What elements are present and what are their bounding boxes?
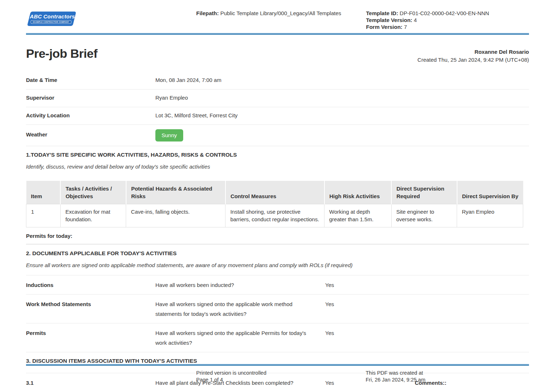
- supervisor-value: Ryan Empleo: [155, 95, 188, 101]
- qa-row-work-method-statements: Work Method Statements Have all workers …: [26, 295, 529, 323]
- permits-question: Have all workers signed onto the applica…: [155, 328, 325, 348]
- permits-label: Permits: [26, 328, 155, 338]
- work-method-statements-question: Have all workers signed onto the applica…: [155, 299, 325, 319]
- page-title: Pre-job Brief: [26, 47, 98, 61]
- table-row: 1 Excavation for mat foundation. Cave-in…: [26, 204, 523, 227]
- form-version-value: 7: [404, 24, 407, 30]
- activity-location-label: Activity Location: [26, 112, 155, 118]
- supervisor-label: Supervisor: [26, 95, 155, 101]
- created-info: Roxanne Del Rosario Created Thu, 25 Jan …: [417, 47, 529, 64]
- filepath-value: Public Template Library/000_Legacy/All T…: [220, 10, 341, 16]
- activities-table-header-row: Item Tasks / Activities / Objectives Pot…: [26, 181, 523, 204]
- logo-tagline: EXAMPLE CONTRACTOR COMPANY: [30, 20, 71, 24]
- date-time-label: Date & Time: [26, 77, 155, 83]
- summary-fields: Date & Time Mon, 08 Jan 2024, 7:00 am Su…: [26, 72, 529, 146]
- template-version-value: 4: [414, 17, 417, 23]
- form-version-label: Form Version:: [366, 24, 403, 30]
- footer-created-note: This PDF was created at: [366, 370, 425, 376]
- permits-answer: Yes: [325, 328, 415, 338]
- pre-job-brief-document: ABC Contractors EXAMPLE CONTRACTOR COMPA…: [0, 0, 555, 392]
- filepath-label: Filepath:: [196, 10, 219, 16]
- title-row: Pre-job Brief Roxanne Del Rosario Create…: [26, 47, 529, 64]
- author-name: Roxanne Del Rosario: [417, 48, 529, 56]
- document-header: ABC Contractors EXAMPLE CONTRACTOR COMPA…: [26, 0, 529, 33]
- col-header-control-measures: Control Measures: [225, 181, 324, 204]
- section-2-rows: Inductions Have all workers been inducte…: [26, 275, 529, 352]
- cell-high-risk: Working at depth greater than 1.5m.: [324, 204, 392, 227]
- logo-company-name: ABC Contractors: [30, 14, 75, 19]
- template-id-label: Template ID:: [366, 10, 398, 16]
- cell-control-measures: Install shoring, use protective barriers…: [225, 204, 324, 227]
- document-footer: Printed version is uncontrolled Page 1 o…: [26, 364, 529, 384]
- field-row-supervisor: Supervisor Ryan Empleo: [26, 90, 529, 107]
- cell-supervision-required: Site engineer to oversee works.: [391, 204, 457, 227]
- template-version-label: Template Version:: [366, 17, 412, 23]
- inductions-question: Have all workers been inducted?: [155, 280, 325, 290]
- section-2-subtitle: Ensure all workers are signed onto appli…: [26, 262, 529, 268]
- inductions-label: Inductions: [26, 280, 155, 290]
- section-2-heading: 2. DOCUMENTS APPLICABLE FOR TODAY'S ACTI…: [26, 250, 529, 257]
- template-info-block: Template ID: DP-F01-C02-0000-042-V00-EN-…: [366, 10, 489, 30]
- col-header-hazards: Potential Hazards & Associated Risks: [126, 181, 225, 204]
- col-header-supervision-required: Direct Supervision Required: [391, 181, 457, 204]
- work-method-statements-label: Work Method Statements: [26, 299, 155, 309]
- template-version-line: Template Version: 4: [366, 17, 489, 23]
- work-method-statements-answer: Yes: [325, 299, 415, 309]
- footer-right-block: This PDF was created at Fri, 26 Jan 2024…: [366, 370, 425, 383]
- footer-uncontrolled-note: Printed version is uncontrolled: [196, 370, 266, 376]
- col-header-high-risk: High Risk Activities: [324, 181, 392, 204]
- col-header-tasks: Tasks / Activities / Objectives: [60, 181, 126, 204]
- template-id-line: Template ID: DP-F01-C02-0000-042-V00-EN-…: [366, 10, 489, 17]
- company-logo: ABC Contractors EXAMPLE CONTRACTOR COMPA…: [27, 12, 77, 28]
- filepath-line: Filepath: Public Template Library/000_Le…: [196, 10, 341, 16]
- cell-hazards: Cave-ins, falling objects.: [126, 204, 225, 227]
- created-timestamp: Created Thu, 25 Jan 2024, 9:42 PM (UTC+0…: [417, 56, 529, 64]
- field-row-activity-location: Activity Location Lot 3C, Milford Street…: [26, 107, 529, 125]
- cell-supervision-by: Ryan Empleo: [457, 204, 523, 227]
- logo-banner-shape: ABC Contractors EXAMPLE CONTRACTOR COMPA…: [27, 12, 76, 26]
- activities-table: Item Tasks / Activities / Objectives Pot…: [26, 181, 523, 228]
- section-3-heading: 3. DISCUSSION ITEMS ASSOCIATED WITH TODA…: [26, 358, 529, 364]
- field-row-date-time: Date & Time Mon, 08 Jan 2024, 7:00 am: [26, 72, 529, 90]
- cell-item: 1: [26, 204, 61, 227]
- footer-page-number: Page 1 of 4: [196, 376, 266, 383]
- weather-label: Weather: [26, 129, 155, 138]
- footer-left-block: Printed version is uncontrolled Page 1 o…: [196, 370, 266, 383]
- section-1-heading: 1.TODAY'S SITE SPECIFIC WORK ACTIVITIES,…: [26, 152, 529, 158]
- qa-row-inductions: Inductions Have all workers been inducte…: [26, 275, 529, 295]
- template-id-value: DP-F01-C02-0000-042-V00-EN-NNN: [400, 10, 489, 16]
- field-row-weather: Weather Sunny: [26, 125, 529, 146]
- footer-created-date: Fri, 26 Jan 2024, 9:25 am: [366, 376, 425, 383]
- date-time-value: Mon, 08 Jan 2024, 7:00 am: [155, 77, 221, 83]
- col-header-supervision-by: Direct Supervision By: [457, 181, 523, 204]
- qa-row-permits: Permits Have all workers signed onto the…: [26, 323, 529, 352]
- activity-location-value: Lot 3C, Milford Street, Forrest City: [155, 112, 238, 118]
- inductions-answer: Yes: [325, 280, 415, 290]
- col-header-item: Item: [26, 181, 61, 204]
- cell-tasks: Excavation for mat foundation.: [60, 204, 126, 227]
- section-divider-band: [26, 244, 529, 245]
- weather-status-badge: Sunny: [155, 129, 183, 141]
- section-1-subtitle: Identify, discuss, review and detail bel…: [26, 164, 529, 170]
- form-version-line: Form Version: 7: [366, 23, 489, 30]
- permits-for-today-label: Permits for today:: [26, 233, 529, 244]
- header-divider-rule: [26, 33, 529, 35]
